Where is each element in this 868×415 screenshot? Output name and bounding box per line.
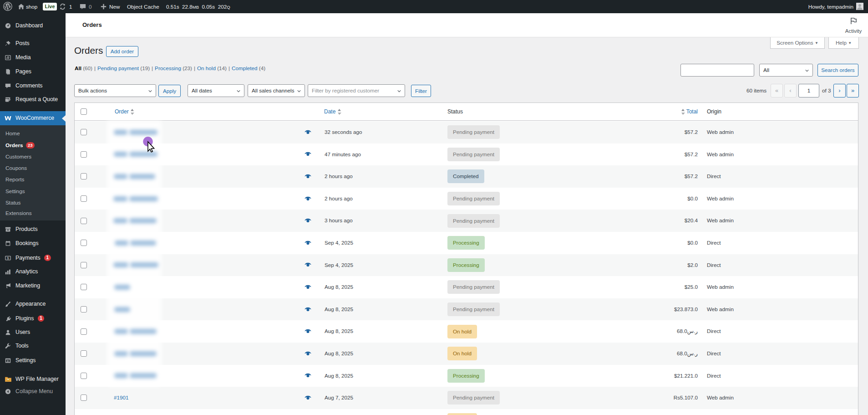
svg-text:$: $	[7, 256, 9, 260]
svg-text:W: W	[7, 378, 10, 381]
